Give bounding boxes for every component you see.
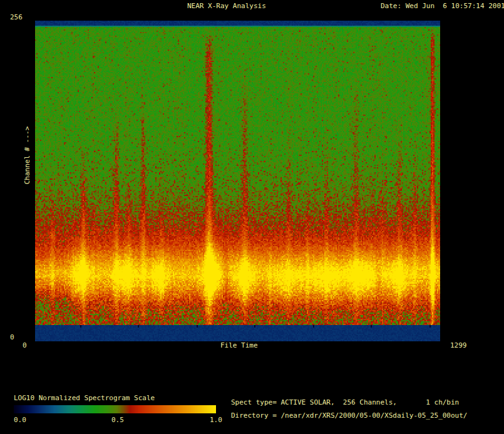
colorbar-tick-mid: 0.5 (111, 416, 124, 424)
spect-type-line: Spect type= ACTIVE SOLAR, 256 Channels, … (231, 399, 459, 406)
date-label: Date: Wed Jun 6 10:57:14 2001 (381, 3, 504, 10)
directory-line: Directory = /near/xdr/XRS/2000/05-00/XSd… (231, 412, 468, 420)
colorbar-gradient (14, 405, 216, 413)
legend-title: LOG10 Normalized Spectrogram Scale (14, 395, 155, 402)
near-xray-window: NEAR X-Ray Analysis Date: Wed Jun 6 10:5… (0, 0, 504, 434)
y-axis-min-label: 0 (10, 334, 14, 341)
x-axis-title: File Time (220, 342, 258, 349)
page-title: NEAR X-Ray Analysis (187, 3, 266, 10)
colorbar-tick-min: 0.0 (14, 416, 26, 424)
x-axis-max-label: 1299 (450, 342, 467, 349)
y-axis-title: Channel # ---> (24, 127, 31, 185)
x-axis-min-label: 0 (23, 342, 27, 349)
y-axis-max-label: 256 (10, 14, 23, 21)
colorbar-tick-max: 1.0 (210, 416, 222, 424)
spectrogram-heatmap (35, 21, 440, 341)
